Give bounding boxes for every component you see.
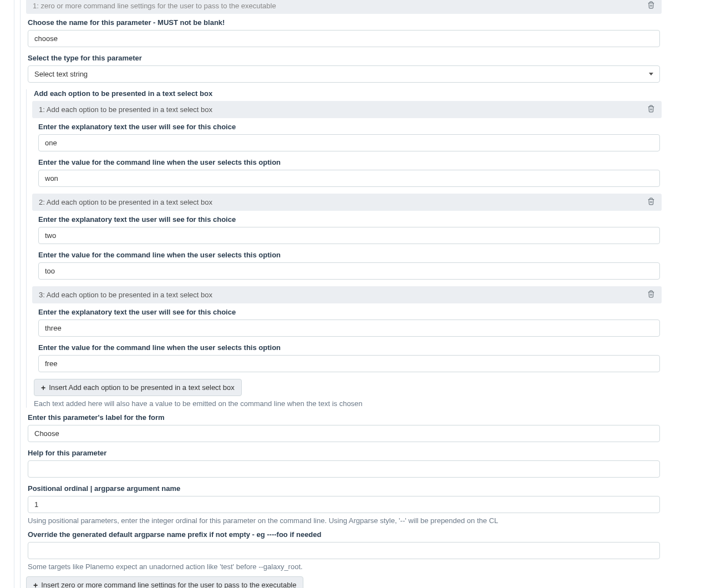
option-header: 1: Add each option to be presented in a …: [32, 101, 662, 118]
override-label: Override the generated default argparse …: [28, 530, 660, 539]
option-text-input[interactable]: [38, 320, 660, 337]
ordinal-help-text: Using positional parameters, enter the i…: [28, 516, 662, 525]
option-value-label: Enter the value for the command line whe…: [38, 343, 660, 352]
option-header-text: 2: Add each option to be presented in a …: [39, 198, 212, 206]
option-text-input[interactable]: [38, 134, 660, 151]
option-text-input[interactable]: [38, 227, 660, 244]
insert-param-label: Insert zero or more command line setting…: [41, 581, 296, 588]
option-text-label: Enter the explanatory text the user will…: [38, 123, 660, 131]
options-help-text: Each text added here will also have a va…: [34, 399, 662, 408]
option-value-input[interactable]: [38, 262, 660, 280]
option-value-input[interactable]: [38, 170, 660, 187]
trash-icon[interactable]: [647, 197, 655, 207]
param-type-select[interactable]: Select text string: [28, 65, 660, 83]
param-section-header-text: 1: zero or more command line settings fo…: [33, 2, 276, 10]
option-value-label: Enter the value for the command line whe…: [38, 251, 660, 259]
option-header-text: 3: Add each option to be presented in a …: [39, 291, 212, 299]
trash-icon[interactable]: [647, 290, 655, 300]
override-input[interactable]: [28, 542, 660, 559]
param-help-label: Help for this parameter: [28, 449, 660, 457]
param-form-label-label: Enter this parameter's label for the for…: [28, 413, 660, 422]
param-form-label-input[interactable]: [28, 425, 660, 442]
chevron-down-icon: [649, 73, 653, 75]
insert-option-label: Insert Add each option to be presented i…: [49, 383, 235, 392]
plus-icon: +: [33, 581, 38, 589]
option-header-text: 1: Add each option to be presented in a …: [39, 105, 212, 114]
option-text-label: Enter the explanatory text the user will…: [38, 215, 660, 224]
param-type-value: Select text string: [34, 70, 88, 78]
param-type-label: Select the type for this parameter: [28, 54, 660, 62]
option-header: 2: Add each option to be presented in a …: [32, 194, 662, 211]
param-help-input[interactable]: [28, 460, 660, 478]
insert-param-button[interactable]: + Insert zero or more command line setti…: [26, 576, 303, 588]
override-help-text: Some targets like Planemo expect an unad…: [28, 562, 662, 571]
trash-icon[interactable]: [647, 1, 655, 11]
ordinal-input[interactable]: [28, 496, 660, 513]
trash-icon[interactable]: [647, 105, 655, 114]
insert-option-button[interactable]: + Insert Add each option to be presented…: [34, 379, 242, 396]
param-name-label: Choose the name for this parameter - MUS…: [28, 18, 660, 27]
param-name-input[interactable]: [28, 30, 660, 47]
option-header: 3: Add each option to be presented in a …: [32, 286, 662, 303]
ordinal-label: Positional ordinal | argparse argument n…: [28, 484, 660, 493]
option-value-label: Enter the value for the command line whe…: [38, 158, 660, 166]
option-text-label: Enter the explanatory text the user will…: [38, 308, 660, 316]
plus-icon: +: [41, 384, 45, 392]
param-section-header: 1: zero or more command line settings fo…: [26, 0, 662, 14]
option-value-input[interactable]: [38, 355, 660, 372]
options-section-label: Add each option to be presented in a tex…: [34, 89, 660, 98]
